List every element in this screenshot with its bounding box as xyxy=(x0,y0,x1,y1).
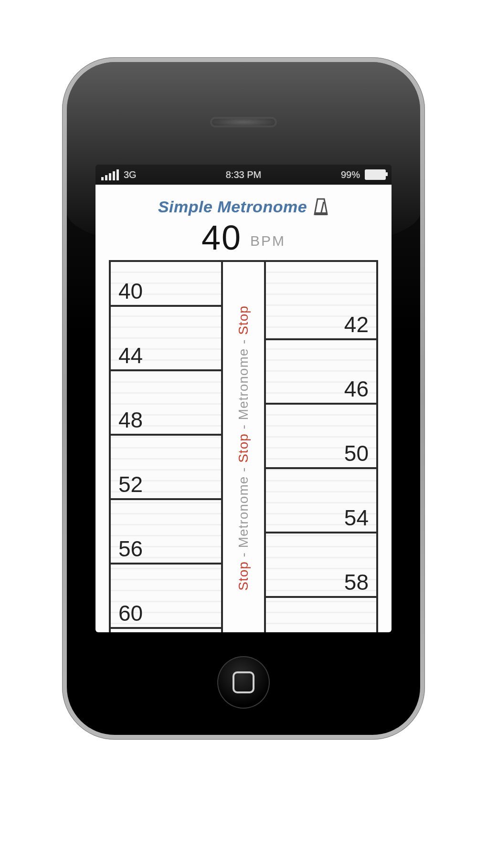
home-button[interactable] xyxy=(217,656,270,709)
tick-mark[interactable]: 40 xyxy=(111,305,221,307)
tempo-ruler[interactable]: 404448525660 4246505458 Stop - Metronome… xyxy=(109,260,378,632)
bpm-value: 40 xyxy=(201,218,242,257)
tick-mark[interactable]: 46 xyxy=(266,403,376,405)
tick-mark[interactable]: 48 xyxy=(111,434,221,436)
tick-label: 58 xyxy=(344,569,369,595)
tick-mark[interactable]: 54 xyxy=(266,532,376,533)
tick-label: 42 xyxy=(344,312,369,337)
earpiece-speaker xyxy=(210,117,277,127)
screen: 3G 8:33 PM 99% Simple Metronome xyxy=(95,165,392,632)
tick-mark[interactable]: 60 xyxy=(111,627,221,629)
status-left: 3G xyxy=(101,169,137,180)
tick-label: 54 xyxy=(344,505,369,531)
bpm-unit: BPM xyxy=(250,233,286,249)
tick-label: 48 xyxy=(118,407,143,433)
tick-label: 60 xyxy=(118,600,143,626)
bpm-readout: 40 BPM xyxy=(95,218,392,257)
tick-label: 52 xyxy=(118,471,143,497)
tick-mark[interactable]: 50 xyxy=(266,467,376,469)
tick-mark[interactable]: 44 xyxy=(111,369,221,371)
tick-label: 50 xyxy=(344,440,369,466)
status-bar: 3G 8:33 PM 99% xyxy=(95,165,392,185)
tick-label: 56 xyxy=(118,536,143,562)
title-row: Simple Metronome xyxy=(95,185,392,220)
ticks-left[interactable]: 404448525660 xyxy=(111,262,221,632)
tick-label: 46 xyxy=(344,376,369,402)
battery-icon xyxy=(365,169,386,180)
carrier-label: 3G xyxy=(124,169,137,180)
metronome-icon xyxy=(313,197,329,216)
app-title: Simple Metronome xyxy=(158,198,307,216)
tick-mark[interactable]: 56 xyxy=(111,563,221,565)
tick-mark[interactable]: 52 xyxy=(111,498,221,500)
stop-strip[interactable]: Stop - Metronome - Stop - Metronome - St… xyxy=(221,262,266,632)
tick-label: 44 xyxy=(118,343,143,368)
clock: 8:33 PM xyxy=(226,169,261,180)
status-right: 99% xyxy=(341,169,386,180)
signal-bars-icon xyxy=(101,169,119,180)
tick-mark[interactable]: 58 xyxy=(266,596,376,598)
tick-mark[interactable]: 42 xyxy=(266,338,376,340)
home-icon xyxy=(233,671,254,693)
svg-rect-1 xyxy=(315,212,327,215)
ticks-right[interactable]: 4246505458 xyxy=(266,262,376,632)
app-viewport: Simple Metronome 40 BPM 4 xyxy=(95,185,392,632)
battery-pct: 99% xyxy=(341,169,360,180)
ruler-body[interactable]: 404448525660 4246505458 Stop - Metronome… xyxy=(109,260,378,632)
stop-strip-text: Stop - Metronome - Stop - Metronome - St… xyxy=(236,305,251,591)
tick-label: 40 xyxy=(118,278,143,304)
phone-body: 3G 8:33 PM 99% Simple Metronome xyxy=(67,62,420,735)
phone-frame: 3G 8:33 PM 99% Simple Metronome xyxy=(62,57,425,740)
